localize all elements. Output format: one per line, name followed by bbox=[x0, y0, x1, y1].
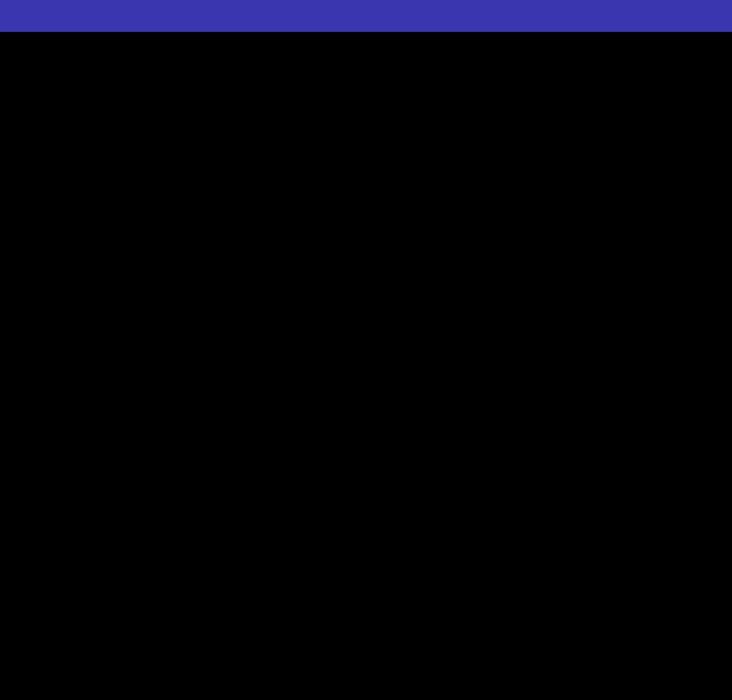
column-header-row bbox=[0, 16, 732, 32]
samples-bar bbox=[0, 0, 732, 16]
tip-bar bbox=[0, 32, 732, 48]
perf-report-terminal bbox=[0, 0, 732, 48]
